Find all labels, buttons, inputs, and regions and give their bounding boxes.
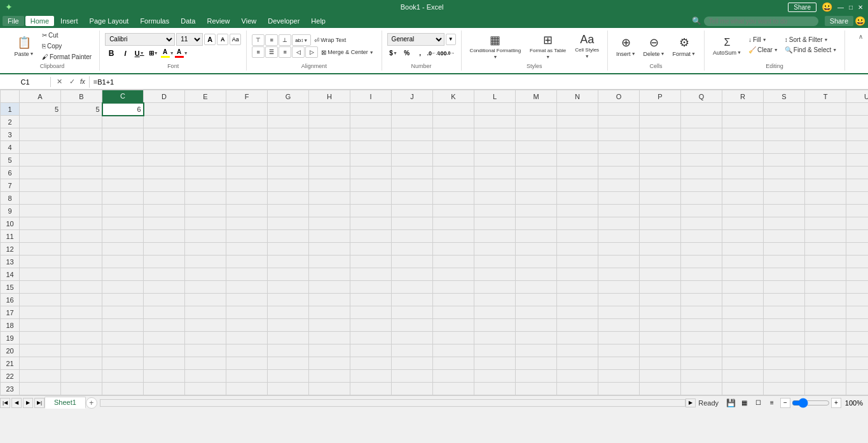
cell-E15[interactable]: [185, 281, 226, 294]
cell-I20[interactable]: [350, 344, 392, 357]
cell-P5[interactable]: [640, 154, 681, 167]
sheet-nav-first[interactable]: |◀: [0, 398, 10, 408]
row-header-15[interactable]: 15: [1, 281, 20, 294]
cell-I19[interactable]: [350, 332, 392, 344]
row-header-10[interactable]: 10: [1, 217, 20, 230]
cell-A10[interactable]: [20, 217, 61, 230]
cell-U15[interactable]: [846, 281, 869, 294]
cell-A11[interactable]: [20, 230, 61, 243]
cell-O7[interactable]: [598, 179, 640, 192]
cell-B7[interactable]: [61, 179, 102, 192]
cell-N2[interactable]: [557, 116, 598, 128]
cell-O16[interactable]: [598, 294, 640, 306]
cell-C6[interactable]: [102, 167, 144, 179]
percent-button[interactable]: %: [401, 47, 413, 60]
number-format-expand[interactable]: ▼: [446, 34, 456, 45]
collapse-ribbon-button[interactable]: ∧: [858, 33, 863, 40]
cell-C22[interactable]: [102, 370, 144, 383]
cell-P20[interactable]: [640, 344, 681, 357]
cell-K16[interactable]: [433, 294, 474, 306]
cell-R15[interactable]: [722, 281, 764, 294]
menu-page-layout[interactable]: Page Layout: [85, 16, 134, 26]
col-header-R[interactable]: R: [722, 90, 764, 103]
cell-E2[interactable]: [185, 116, 226, 128]
cell-C16[interactable]: [102, 294, 144, 306]
cell-P16[interactable]: [640, 294, 681, 306]
cell-D9[interactable]: [144, 205, 185, 217]
menu-insert[interactable]: Insert: [55, 16, 83, 26]
cell-T10[interactable]: [805, 217, 846, 230]
cell-P10[interactable]: [640, 217, 681, 230]
cell-N12[interactable]: [557, 243, 598, 256]
cell-A21[interactable]: [20, 357, 61, 370]
cell-C9[interactable]: [102, 205, 144, 217]
cell-P13[interactable]: [640, 256, 681, 268]
cell-S4[interactable]: [764, 141, 805, 154]
increase-font-button[interactable]: A: [204, 34, 216, 45]
cell-A22[interactable]: [20, 370, 61, 383]
cell-M19[interactable]: [516, 332, 557, 344]
cell-H1[interactable]: [309, 103, 350, 116]
cell-U13[interactable]: [846, 256, 869, 268]
cell-B20[interactable]: [61, 344, 102, 357]
cell-C11[interactable]: [102, 230, 144, 243]
cell-N3[interactable]: [557, 128, 598, 141]
align-center-button[interactable]: ☰: [265, 46, 278, 58]
cell-C15[interactable]: [102, 281, 144, 294]
sheet-tab-sheet1[interactable]: Sheet1: [45, 397, 86, 409]
corner-cell[interactable]: [1, 90, 20, 103]
cell-B13[interactable]: [61, 256, 102, 268]
cell-J8[interactable]: [392, 192, 433, 205]
cell-P15[interactable]: [640, 281, 681, 294]
cell-G12[interactable]: [268, 243, 309, 256]
cell-L2[interactable]: [474, 116, 516, 128]
cell-G1[interactable]: [268, 103, 309, 116]
cell-R21[interactable]: [722, 357, 764, 370]
cell-G14[interactable]: [268, 268, 309, 281]
row-header-9[interactable]: 9: [1, 205, 20, 217]
cell-Q15[interactable]: [681, 281, 722, 294]
cell-H11[interactable]: [309, 230, 350, 243]
cell-D20[interactable]: [144, 344, 185, 357]
cell-Q2[interactable]: [681, 116, 722, 128]
cell-T17[interactable]: [805, 306, 846, 319]
cell-L23[interactable]: [474, 383, 516, 395]
cell-C7[interactable]: [102, 179, 144, 192]
cell-J19[interactable]: [392, 332, 433, 344]
menu-developer[interactable]: Developer: [263, 16, 305, 26]
cell-N19[interactable]: [557, 332, 598, 344]
cell-K20[interactable]: [433, 344, 474, 357]
cell-L22[interactable]: [474, 370, 516, 383]
cell-O21[interactable]: [598, 357, 640, 370]
cell-C1[interactable]: 6: [102, 103, 144, 116]
cell-J10[interactable]: [392, 217, 433, 230]
cell-H23[interactable]: [309, 383, 350, 395]
cell-A9[interactable]: [20, 205, 61, 217]
cell-T1[interactable]: [805, 103, 846, 116]
cell-L8[interactable]: [474, 192, 516, 205]
cell-D2[interactable]: [144, 116, 185, 128]
zoom-in-button[interactable]: +: [831, 398, 841, 408]
cell-A4[interactable]: [20, 141, 61, 154]
cell-J17[interactable]: [392, 306, 433, 319]
cell-F21[interactable]: [226, 357, 268, 370]
cell-S19[interactable]: [764, 332, 805, 344]
cell-T5[interactable]: [805, 154, 846, 167]
cell-I21[interactable]: [350, 357, 392, 370]
cell-O20[interactable]: [598, 344, 640, 357]
row-header-8[interactable]: 8: [1, 192, 20, 205]
cell-O4[interactable]: [598, 141, 640, 154]
cell-E14[interactable]: [185, 268, 226, 281]
col-header-I[interactable]: I: [350, 90, 392, 103]
cell-J2[interactable]: [392, 116, 433, 128]
cell-D16[interactable]: [144, 294, 185, 306]
cell-F5[interactable]: [226, 154, 268, 167]
cell-O19[interactable]: [598, 332, 640, 344]
cell-T20[interactable]: [805, 344, 846, 357]
cell-S1[interactable]: [764, 103, 805, 116]
cell-F11[interactable]: [226, 230, 268, 243]
cell-Q18[interactable]: [681, 319, 722, 332]
cell-H5[interactable]: [309, 154, 350, 167]
cell-R3[interactable]: [722, 128, 764, 141]
cell-Q22[interactable]: [681, 370, 722, 383]
